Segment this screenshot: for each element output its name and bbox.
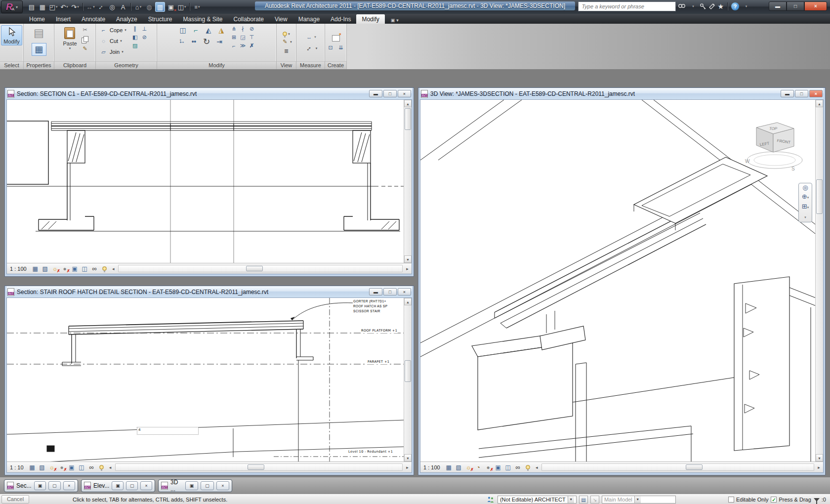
vertical-scrollbar[interactable]: ▲ ▼	[404, 298, 412, 462]
cut-to-clipboard-icon[interactable]: ✂	[81, 26, 89, 34]
open-icon[interactable]: ▤	[27, 2, 37, 12]
crop-view-icon[interactable]: ▣	[68, 463, 76, 471]
view-scale[interactable]: 1 : 100	[8, 266, 30, 272]
shadows-icon[interactable]: ●✗	[58, 463, 66, 471]
scrollbar-thumb[interactable]	[686, 464, 703, 470]
wall-joins-icon[interactable]: ∥	[131, 25, 139, 33]
visual-style-icon[interactable]: ▧	[41, 265, 49, 273]
search-icon[interactable]	[678, 3, 686, 10]
split-face-icon[interactable]: ◧	[131, 34, 139, 41]
panel-label-properties[interactable]: Properties	[24, 61, 54, 69]
scrollbar-thumb[interactable]	[816, 179, 823, 214]
tab-home[interactable]: Home	[24, 14, 50, 24]
split-with-gap-icon[interactable]: ∤	[239, 25, 247, 33]
active-workset-select[interactable]: (Not Editable) ARCHITECT▼	[498, 496, 577, 504]
drawing-area-stair-detail[interactable]: GORTER (RHT7D1+ ROOF HATCH AS SP SCISSOR…	[7, 298, 404, 462]
maximize-button[interactable]: □	[795, 90, 808, 97]
measure-icon[interactable]: ↕	[94, 0, 108, 14]
tab-annotate[interactable]: Annotate	[76, 14, 111, 24]
scrollbar-thumb[interactable]	[405, 360, 411, 382]
paint-icon[interactable]: ▨	[131, 42, 139, 49]
tab-insert[interactable]: Insert	[50, 14, 76, 24]
minimize-button[interactable]: ▬	[369, 288, 382, 295]
scroll-up-icon[interactable]: ▲	[404, 298, 412, 305]
temporary-hide-isolate-icon[interactable]: ∞	[87, 463, 96, 471]
mirror-draw-axis-icon[interactable]: ◮	[216, 25, 227, 35]
pin-icon[interactable]: ⊤	[248, 34, 256, 41]
application-menu-button[interactable]: RA▾	[1, 0, 23, 13]
show-crop-region-icon[interactable]: ◫	[78, 463, 86, 471]
rotate-icon[interactable]: ↻	[201, 37, 212, 46]
override-graphics-icon[interactable]: ✎▾	[281, 38, 292, 45]
vertical-scrollbar[interactable]: ▲ ▼	[815, 100, 823, 462]
tab-structure[interactable]: Structure	[143, 14, 178, 24]
minimized-window-3d[interactable]: RVT 3D ... ▣ ▢ ×	[158, 479, 232, 492]
viewcube-south[interactable]: S	[791, 166, 795, 171]
cope-button[interactable]: ⌐Cope▾	[98, 25, 127, 35]
render-dialog-icon[interactable]: ◔	[474, 463, 483, 471]
close-button[interactable]: ×	[398, 288, 411, 295]
steering-wheel-icon[interactable]: ◎	[802, 184, 808, 191]
switch-windows-icon[interactable]: ◫▾	[177, 2, 187, 12]
user-interface-icon[interactable]: ≡▾	[192, 2, 202, 12]
window-titlebar[interactable]: RVT Section: SECTION C1 - EAT-E589-CD-CE…	[6, 88, 412, 99]
scroll-left-icon[interactable]: ◂	[107, 465, 114, 470]
tag-icon[interactable]: ◎	[107, 2, 117, 12]
minimized-window-elevation[interactable]: RVT Elev... ▣ ▢ ×	[81, 479, 155, 492]
crop-view-icon[interactable]: ▣	[71, 265, 79, 273]
unjoin-geometry-icon[interactable]: ⊘	[140, 34, 149, 41]
scrollbar-thumb[interactable]	[248, 464, 264, 470]
system-browser-icon[interactable]: ▥	[155, 2, 165, 12]
view-scale[interactable]: 1 : 10	[8, 464, 27, 470]
aligned-dimension-icon[interactable]: ↔▾	[85, 2, 95, 12]
minimize-button[interactable]: ▬	[769, 1, 787, 11]
default-3d-view-icon[interactable]: ⌂▾	[133, 2, 143, 12]
reveal-hidden-elements-icon[interactable]	[524, 463, 532, 471]
text-icon[interactable]: A	[118, 2, 128, 12]
panel-label-measure[interactable]: Measure	[296, 61, 325, 69]
scroll-up-icon[interactable]: ▲	[816, 100, 823, 107]
show-crop-region-icon[interactable]: ◫	[504, 463, 512, 471]
scroll-down-icon[interactable]: ▼	[816, 454, 823, 462]
export-icon[interactable]: ◰▾	[48, 2, 58, 12]
detail-level-icon[interactable]: ▦	[31, 265, 40, 273]
restore-button[interactable]: ▣	[34, 481, 46, 490]
scroll-up-icon[interactable]: ▲	[404, 100, 412, 107]
undo-icon[interactable]: ↶▾	[59, 2, 69, 12]
align-icon[interactable]: ◫	[177, 25, 188, 35]
crop-view-icon[interactable]: ▣	[494, 463, 502, 471]
split-element-icon[interactable]: ⋔	[230, 25, 238, 33]
viewcube-top-face[interactable]: TOP	[769, 126, 778, 131]
horizontal-scrollbar[interactable]	[118, 265, 403, 272]
communication-center-icon[interactable]	[708, 3, 715, 10]
ribbon-state-toggle[interactable]: ▣ ▾	[388, 17, 402, 24]
array-icon[interactable]: ⊞	[230, 34, 238, 41]
subscription-key-icon[interactable]	[700, 3, 706, 10]
panel-label-create[interactable]: Create	[325, 61, 346, 69]
scroll-right-icon[interactable]: ▸	[816, 465, 822, 470]
trim-corner-icon[interactable]: ⌐	[230, 42, 238, 49]
extend-multiple-icon[interactable]: ≫	[239, 42, 247, 49]
checkbox-unchecked-icon[interactable]	[728, 497, 734, 503]
vertical-scrollbar[interactable]: ▲ ▼	[404, 100, 412, 263]
mirror-pick-axis-icon[interactable]: ◭	[203, 25, 214, 35]
panel-label-view[interactable]: View	[277, 61, 296, 69]
scrollbar-thumb[interactable]	[405, 108, 411, 130]
tab-massing-site[interactable]: Massing & Site	[177, 14, 228, 24]
checkbox-checked-icon[interactable]: ✓	[771, 497, 777, 503]
selection-filter[interactable]: :0	[814, 497, 826, 503]
copy-to-clipboard-icon[interactable]	[81, 36, 88, 43]
editable-only-checkbox[interactable]: Editable Only	[728, 497, 768, 503]
scroll-right-icon[interactable]: ▸	[404, 465, 411, 470]
shadows-icon[interactable]: ●✗	[61, 265, 69, 273]
scroll-right-icon[interactable]: ▸	[404, 266, 411, 271]
cancel-button[interactable]: Cancel	[1, 495, 29, 504]
properties-palette-icon[interactable]: ▤	[31, 25, 47, 41]
worksets-icon[interactable]	[486, 496, 495, 504]
unpin-icon[interactable]: ⊘	[248, 25, 256, 33]
measure-tool-icon[interactable]: ↕▾	[304, 43, 318, 53]
render-icon[interactable]: ◍	[144, 2, 154, 12]
dimension-icon[interactable]: ↔▾	[305, 34, 316, 41]
match-type-icon[interactable]: ✎	[81, 45, 89, 52]
shadows-icon[interactable]: ●✗	[484, 463, 493, 471]
